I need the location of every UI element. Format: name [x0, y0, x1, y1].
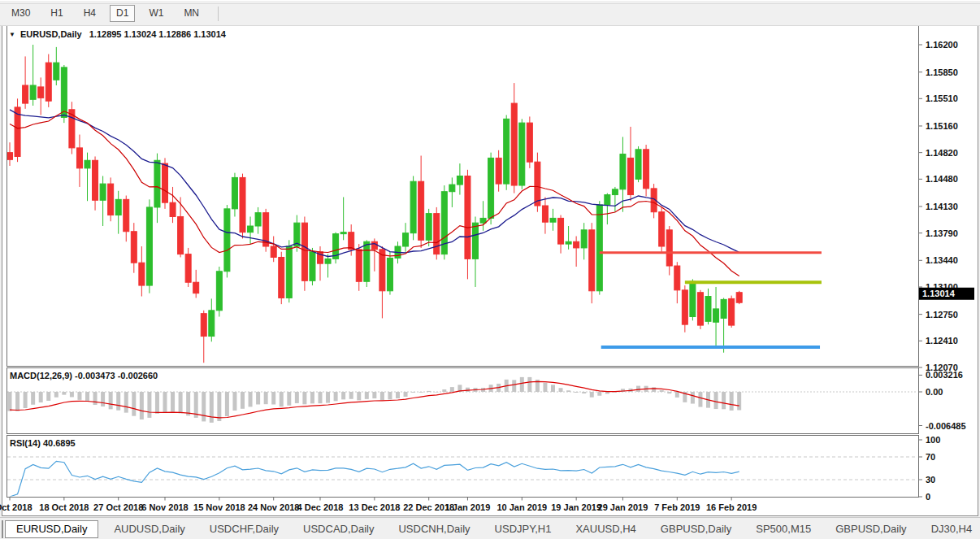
timeframe-button-m30[interactable]: M30	[5, 5, 37, 22]
svg-text:24 Nov 2018: 24 Nov 2018	[248, 502, 300, 512]
svg-text:13 Dec 2018: 13 Dec 2018	[349, 502, 400, 512]
timeframe-button-mn[interactable]: MN	[177, 5, 206, 22]
macd-indicator-label: MACD(12,26,9) -0.003473 -0.002660	[10, 371, 158, 380]
svg-text:-0.006485: -0.006485	[926, 421, 966, 431]
chart-title[interactable]: ▼EURUSD,Daily1.12895 1.13024 1.12886 1.1…	[9, 29, 226, 39]
timeframe-button-d1[interactable]: D1	[110, 5, 135, 22]
svg-text:1.13440: 1.13440	[926, 255, 958, 265]
chart-symbol-label: EURUSD,Daily	[20, 29, 82, 39]
svg-text:6 Nov 2018: 6 Nov 2018	[141, 502, 188, 512]
tab-usdcnh-daily[interactable]: USDCNH,Daily	[388, 521, 480, 537]
svg-text:30: 30	[926, 475, 935, 485]
svg-text:27 Oct 2018: 27 Oct 2018	[93, 502, 143, 512]
svg-text:1 Jan 2019: 1 Jan 2019	[445, 502, 491, 512]
svg-text:1.12410: 1.12410	[926, 336, 958, 346]
chart-ohlc-values: 1.12895 1.13024 1.12886 1.13014	[89, 29, 226, 39]
tab-usdchf-daily[interactable]: USDCHF,Daily	[199, 521, 289, 537]
tab-gbpusd-daily[interactable]: GBPUSD,Daily	[650, 521, 742, 537]
chart-canvas[interactable]: 1.162001.158501.155101.151601.148201.144…	[0, 0, 980, 517]
svg-text:0.00: 0.00	[926, 387, 943, 397]
svg-text:1.14130: 1.14130	[926, 202, 958, 211]
chart-tab-bar: EURUSD,DailyAUDUSD,DailyUSDCHF,DailyUSDC…	[0, 517, 980, 539]
svg-text:70: 70	[926, 452, 935, 462]
tab-usdjpy-h1[interactable]: USDJPY,H1	[484, 521, 562, 537]
svg-text:18 Oct 2018: 18 Oct 2018	[39, 502, 89, 512]
svg-text:29 Jan 2019: 29 Jan 2019	[598, 502, 648, 512]
tab-usdcad-daily[interactable]: USDCAD,Daily	[293, 521, 384, 537]
svg-text:1.13790: 1.13790	[926, 228, 958, 238]
toolbar-divider	[0, 3, 980, 4]
tab-sp500-m15[interactable]: SP500,M15	[745, 521, 822, 537]
timeframe-button-w1[interactable]: W1	[142, 5, 170, 22]
toolbar-separator	[218, 7, 219, 21]
svg-text:10 Jan 2019: 10 Jan 2019	[497, 502, 547, 512]
svg-text:1.12750: 1.12750	[926, 310, 958, 319]
timeframe-button-h4[interactable]: H4	[77, 5, 102, 22]
svg-text:1.15160: 1.15160	[926, 121, 958, 131]
svg-text:7 Feb 2019: 7 Feb 2019	[654, 502, 700, 512]
tab-audusd-daily[interactable]: AUDUSD,Daily	[103, 521, 195, 537]
timeframe-toolbar: M30H1H4D1W1MN	[0, 0, 980, 26]
svg-text:0.003216: 0.003216	[926, 370, 963, 380]
tab-stub	[2, 520, 3, 538]
timeframe-button-h1[interactable]: H1	[44, 5, 69, 22]
tab-gbpusd-daily[interactable]: GBPUSD,Daily	[825, 521, 917, 537]
svg-text:0: 0	[926, 492, 930, 502]
svg-text:100: 100	[926, 435, 940, 445]
svg-text:16 Feb 2019: 16 Feb 2019	[706, 502, 757, 512]
svg-text:9 Oct 2018: 9 Oct 2018	[0, 502, 33, 512]
tab-dj30-h4[interactable]: DJ30,H4	[921, 521, 980, 537]
svg-text:1.16200: 1.16200	[926, 40, 958, 50]
chart-dropdown-icon[interactable]: ▼	[9, 31, 15, 38]
svg-text:15 Nov 2018: 15 Nov 2018	[193, 502, 245, 512]
rsi-indicator-label: RSI(14) 40.6895	[10, 438, 76, 448]
tab-eurusd-daily[interactable]: EURUSD,Daily	[5, 520, 98, 538]
svg-text:1.15850: 1.15850	[926, 67, 958, 77]
svg-text:1.14820: 1.14820	[926, 148, 958, 158]
trading-terminal-window: M30H1H4D1W1MN 1.162001.158501.155101.151…	[0, 0, 980, 539]
svg-text:1.15510: 1.15510	[926, 93, 958, 103]
svg-text:19 Jan 2019: 19 Jan 2019	[551, 502, 601, 512]
timeframe-buttons: M30H1H4D1W1MN	[5, 5, 223, 22]
tab-xauusd-h4[interactable]: XAUUSD,H4	[565, 521, 646, 537]
svg-text:1.14480: 1.14480	[926, 174, 958, 184]
svg-text:1.13014: 1.13014	[922, 289, 956, 298]
svg-text:4 Dec 2018: 4 Dec 2018	[297, 502, 344, 512]
